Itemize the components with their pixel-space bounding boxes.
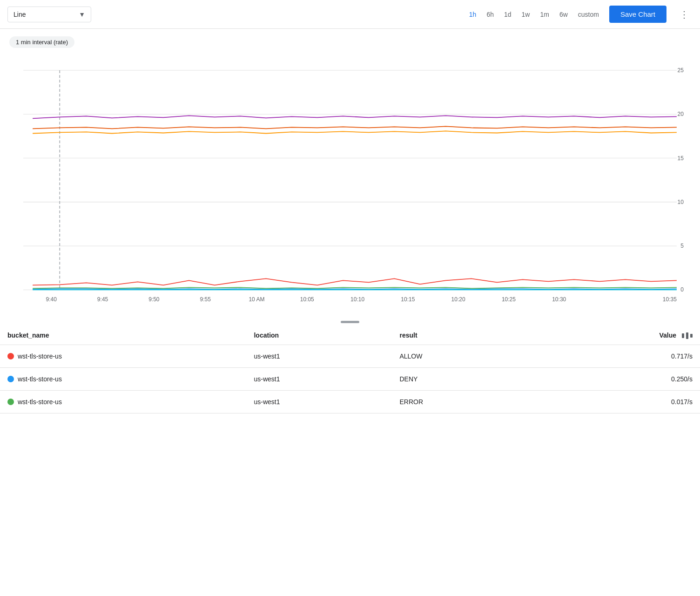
more-menu-button[interactable]: ⋮ — [676, 7, 693, 22]
time-range-btn-6w[interactable]: 6w — [559, 9, 569, 20]
cell-result: DENY — [392, 367, 529, 390]
time-range-group: 1h6h1d1w1m6wcustom Save Chart ⋮ — [468, 6, 693, 23]
cell-location: us-west1 — [246, 367, 392, 390]
svg-text:10:25: 10:25 — [502, 296, 516, 303]
col-header-value: Value — [529, 326, 700, 345]
cell-bucket-name: wst-tls-store-us — [0, 367, 246, 390]
cell-result: ALLOW — [392, 345, 529, 367]
svg-text:10:20: 10:20 — [451, 296, 465, 303]
bucket-name-value: wst-tls-store-us — [18, 398, 62, 406]
col-bar-3 — [690, 334, 693, 338]
time-range-btn-1w[interactable]: 1w — [521, 9, 531, 20]
svg-text:10:30: 10:30 — [552, 296, 566, 303]
drag-handle[interactable] — [341, 321, 359, 323]
interval-badge: 1 min interval (rate) — [9, 36, 74, 48]
svg-text:20: 20 — [678, 111, 684, 117]
table-row: wst-tls-store-us us-west1 ERROR 0.017/s — [0, 390, 700, 413]
col-bar-2 — [686, 332, 688, 339]
time-range-btn-1h[interactable]: 1h — [468, 9, 478, 20]
chart-type-dropdown[interactable]: Line ▼ — [7, 7, 91, 22]
time-range-btn-custom[interactable]: custom — [577, 9, 600, 20]
table-row: wst-tls-store-us us-west1 DENY 0.250/s — [0, 367, 700, 390]
svg-text:9:50: 9:50 — [148, 296, 160, 303]
bucket-name-value: wst-tls-store-us — [18, 352, 62, 360]
table-header-row: bucket_name location result Value — [0, 326, 700, 345]
legend-dot — [7, 376, 14, 382]
time-range-btn-1m[interactable]: 1m — [539, 9, 550, 20]
cell-value: 0.717/s — [529, 345, 700, 367]
cell-value: 0.250/s — [529, 367, 700, 390]
time-range-btn-1d[interactable]: 1d — [503, 9, 512, 20]
cell-location: us-west1 — [246, 345, 392, 367]
svg-text:5: 5 — [680, 243, 684, 249]
legend-dot — [7, 399, 14, 405]
chart-type-label: Line — [13, 11, 26, 18]
table-row: wst-tls-store-us us-west1 ALLOW 0.717/s — [0, 345, 700, 367]
bucket-name-value: wst-tls-store-us — [18, 375, 62, 383]
chart-container: 1 min interval (rate) 25 20 15 10 5 0 — [0, 29, 700, 318]
svg-text:25: 25 — [678, 67, 684, 74]
svg-text:9:55: 9:55 — [200, 296, 211, 303]
value-col-label: Value — [660, 332, 677, 339]
save-chart-button[interactable]: Save Chart — [609, 6, 666, 23]
svg-text:10:15: 10:15 — [401, 296, 415, 303]
dropdown-arrow-icon: ▼ — [79, 11, 85, 18]
svg-text:9:45: 9:45 — [97, 296, 108, 303]
cell-result: ERROR — [392, 390, 529, 413]
legend-dot — [7, 353, 14, 359]
svg-text:10:10: 10:10 — [350, 296, 364, 303]
toolbar: Line ▼ 1h6h1d1w1m6wcustom Save Chart ⋮ — [0, 0, 700, 29]
svg-text:9:40: 9:40 — [46, 296, 57, 303]
svg-text:10 AM: 10 AM — [249, 296, 264, 303]
data-table: bucket_name location result Value wst-tl… — [0, 326, 700, 413]
svg-text:10:05: 10:05 — [300, 296, 314, 303]
col-header-bucket-name: bucket_name — [0, 326, 246, 345]
svg-text:15: 15 — [678, 155, 684, 162]
svg-text:0: 0 — [680, 286, 684, 293]
cell-bucket-name: wst-tls-store-us — [0, 345, 246, 367]
time-range-btn-6h[interactable]: 6h — [485, 9, 495, 20]
cell-value: 0.017/s — [529, 390, 700, 413]
chart-svg: 25 20 15 10 5 0 9:40 9:45 — [9, 52, 691, 318]
col-bar-1 — [682, 333, 684, 338]
col-header-location: location — [246, 326, 392, 345]
cell-location: us-west1 — [246, 390, 392, 413]
svg-text:10: 10 — [678, 199, 684, 205]
cell-bucket-name: wst-tls-store-us — [0, 390, 246, 413]
col-header-result: result — [392, 326, 529, 345]
column-picker-icon[interactable] — [682, 332, 693, 339]
drag-handle-container — [0, 318, 700, 326]
chart-wrapper: 25 20 15 10 5 0 9:40 9:45 — [0, 52, 700, 318]
svg-text:10:35: 10:35 — [663, 296, 677, 303]
